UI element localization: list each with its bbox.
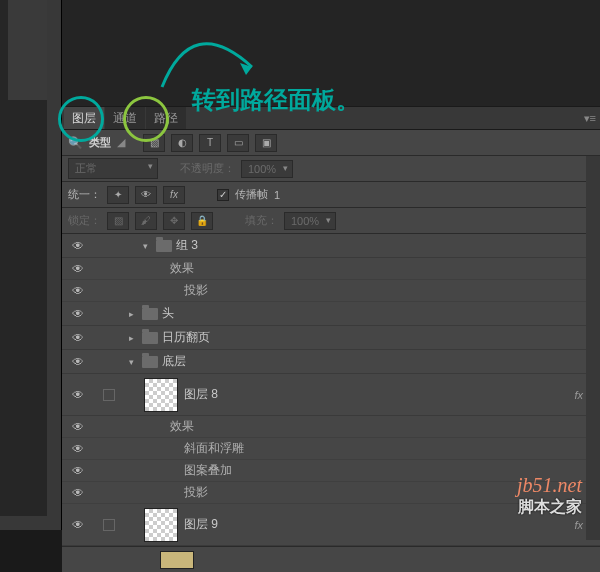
layer-group-calendar[interactable]: 👁 ▸ 日历翻页 bbox=[62, 326, 600, 350]
annotation-circle-paths bbox=[123, 96, 169, 142]
filter-adjust-icon[interactable]: ◐ bbox=[171, 134, 193, 152]
visibility-toggle[interactable]: 👁 bbox=[62, 239, 94, 253]
layer-thumbnail bbox=[144, 378, 178, 412]
link-col[interactable] bbox=[94, 519, 124, 531]
fx-label: 图案叠加 bbox=[180, 462, 232, 479]
layer-group-base[interactable]: 👁 ▾ 底层 bbox=[62, 350, 600, 374]
layer-row-cropped[interactable] bbox=[62, 546, 600, 572]
watermark-url: jb51.net bbox=[517, 474, 582, 497]
layer-name: 图层 9 bbox=[184, 516, 218, 533]
layer-name: 头 bbox=[162, 305, 174, 322]
annotation-circle-layers bbox=[58, 96, 104, 142]
blend-row: 正常 不透明度： 100% bbox=[62, 156, 600, 182]
folder-icon bbox=[156, 240, 172, 252]
visibility-toggle[interactable]: 👁 bbox=[62, 388, 94, 402]
watermark: jb51.net 脚本之家 bbox=[517, 474, 582, 518]
unify-style-icon[interactable]: fx bbox=[163, 186, 185, 204]
fill-label: 填充： bbox=[245, 213, 278, 228]
fill-value[interactable]: 100% bbox=[284, 212, 336, 230]
annotation-text: 转到路径面板。 bbox=[192, 84, 360, 116]
layer-group-head[interactable]: 👁 ▸ 头 bbox=[62, 302, 600, 326]
blend-mode-dropdown[interactable]: 正常 bbox=[68, 158, 158, 179]
layers-tree: 👁 ▾ 组 3 👁 效果 👁 投影 👁 ▸ 头 👁 ▸ bbox=[62, 234, 600, 572]
unify-label: 统一： bbox=[68, 187, 101, 202]
layer-thumbnail bbox=[160, 551, 194, 569]
visibility-toggle[interactable]: 👁 bbox=[62, 464, 94, 478]
unify-position-icon[interactable]: ✦ bbox=[107, 186, 129, 204]
fx-row[interactable]: 👁 效果 bbox=[62, 258, 600, 280]
visibility-toggle[interactable]: 👁 bbox=[62, 284, 94, 298]
lock-all-icon[interactable]: 🔒 bbox=[191, 212, 213, 230]
fx-label: 投影 bbox=[180, 282, 208, 299]
folder-icon bbox=[142, 308, 158, 320]
unify-row: 统一： ✦ 👁 fx 传播帧 1 bbox=[62, 182, 600, 208]
layer-name: 日历翻页 bbox=[162, 329, 210, 346]
lock-label: 锁定： bbox=[68, 213, 101, 228]
annotation-arrow bbox=[152, 32, 272, 92]
propagate-value: 1 bbox=[274, 189, 280, 201]
filter-type-icon[interactable]: T bbox=[199, 134, 221, 152]
panel-scrollbar-vertical[interactable] bbox=[586, 156, 600, 540]
fx-label: 效果 bbox=[166, 418, 194, 435]
visibility-toggle[interactable]: 👁 bbox=[62, 262, 94, 276]
lock-position-icon[interactable]: ✥ bbox=[163, 212, 185, 230]
filter-dropdown-icon[interactable]: ◢ bbox=[117, 136, 125, 149]
layer-name: 组 3 bbox=[176, 237, 198, 254]
fx-label: 投影 bbox=[180, 484, 208, 501]
document-canvas-area bbox=[0, 0, 62, 530]
canvas-scrollbar-vertical[interactable] bbox=[47, 0, 61, 530]
visibility-toggle[interactable]: 👁 bbox=[62, 442, 94, 456]
panel-menu-icon[interactable]: ▾≡ bbox=[584, 112, 596, 125]
visibility-toggle[interactable]: 👁 bbox=[62, 420, 94, 434]
lock-row: 锁定： ▨ 🖌 ✥ 🔒 填充： 100% bbox=[62, 208, 600, 234]
opacity-value[interactable]: 100% bbox=[241, 160, 293, 178]
panel-docking-area: 转到路径面板。 bbox=[62, 0, 600, 106]
visibility-toggle[interactable]: 👁 bbox=[62, 518, 94, 532]
propagate-label: 传播帧 bbox=[235, 187, 268, 202]
visibility-toggle[interactable]: 👁 bbox=[62, 331, 94, 345]
canvas-scrollbar-horizontal[interactable] bbox=[0, 516, 61, 530]
propagate-checkbox[interactable] bbox=[217, 189, 229, 201]
fx-label: 效果 bbox=[166, 260, 194, 277]
filter-smart-icon[interactable]: ▣ bbox=[255, 134, 277, 152]
fx-label: 斜面和浮雕 bbox=[180, 440, 244, 457]
layer-8[interactable]: 👁 图层 8 fx▾ bbox=[62, 374, 600, 416]
visibility-toggle[interactable]: 👁 bbox=[62, 486, 94, 500]
unify-visibility-icon[interactable]: 👁 bbox=[135, 186, 157, 204]
layer-thumbnail bbox=[144, 508, 178, 542]
fx-bevel[interactable]: 👁 斜面和浮雕 bbox=[62, 438, 600, 460]
document-edge bbox=[8, 0, 48, 100]
folder-icon bbox=[142, 356, 158, 368]
link-col[interactable] bbox=[94, 389, 124, 401]
twisty-icon[interactable]: ▾ bbox=[138, 241, 152, 251]
twisty-icon[interactable]: ▸ bbox=[124, 309, 138, 319]
fx-drop-shadow[interactable]: 👁 投影 bbox=[62, 280, 600, 302]
lock-transparency-icon[interactable]: ▨ bbox=[107, 212, 129, 230]
fx-row[interactable]: 👁 效果 bbox=[62, 416, 600, 438]
visibility-toggle[interactable]: 👁 bbox=[62, 355, 94, 369]
twisty-icon[interactable]: ▾ bbox=[124, 357, 138, 367]
layer-name: 图层 8 bbox=[184, 386, 218, 403]
lock-pixels-icon[interactable]: 🖌 bbox=[135, 212, 157, 230]
layer-name: 底层 bbox=[162, 353, 186, 370]
opacity-label: 不透明度： bbox=[180, 161, 235, 176]
layer-group-3[interactable]: 👁 ▾ 组 3 bbox=[62, 234, 600, 258]
twisty-icon[interactable]: ▸ bbox=[124, 333, 138, 343]
visibility-toggle[interactable]: 👁 bbox=[62, 307, 94, 321]
filter-shape-icon[interactable]: ▭ bbox=[227, 134, 249, 152]
folder-icon bbox=[142, 332, 158, 344]
watermark-name: 脚本之家 bbox=[517, 497, 582, 518]
